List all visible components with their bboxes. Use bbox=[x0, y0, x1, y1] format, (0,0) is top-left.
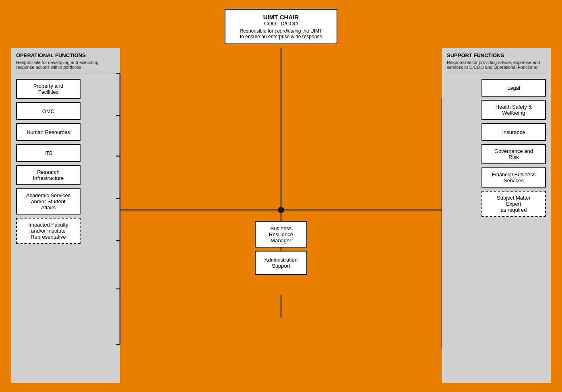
node-hr: Human Resources bbox=[16, 123, 81, 141]
node-property: Property andFacilities bbox=[16, 79, 81, 99]
node-its: ITS bbox=[16, 144, 81, 162]
support-panel: SUPPORT FUNCTIONS Responsible for provid… bbox=[442, 48, 551, 383]
main-container: UIMT CHAIR COO - D/COO Responsible for c… bbox=[11, 9, 551, 383]
node-legal: Legal bbox=[481, 79, 546, 97]
center-area: BusinessResilienceManager Administration… bbox=[120, 48, 442, 383]
node-insurance: Insurance bbox=[481, 123, 546, 141]
node-health: Health Safety &Wellbeing bbox=[481, 100, 546, 120]
operational-panel: OPERATIONAL FUNCTIONS Responsible for de… bbox=[11, 48, 120, 383]
node-omc: OMC bbox=[16, 102, 81, 120]
diagram-svg bbox=[120, 48, 442, 383]
support-panel-title: SUPPORT FUNCTIONS bbox=[447, 52, 546, 58]
operational-panel-title: OPERATIONAL FUNCTIONS bbox=[16, 52, 115, 58]
node-impacted: Impacted Facultyand/or InstituteRepresen… bbox=[16, 218, 81, 244]
operational-panel-desc: Responsible for developing and executing… bbox=[16, 60, 115, 70]
uimt-chair-box: UIMT CHAIR COO - D/COO Responsible for c… bbox=[225, 9, 337, 44]
uimt-chair-title: UIMT CHAIR bbox=[232, 14, 330, 21]
center-boxes: BusinessResilienceManager Administration… bbox=[255, 221, 307, 275]
support-panel-desc: Responsible for providing advice, expert… bbox=[447, 60, 546, 70]
node-financial: Financial BusinessServices bbox=[481, 167, 546, 188]
uimt-chair-subtitle: COO - D/COO bbox=[232, 21, 330, 27]
node-academic: Academic Servicesand/or StudentAffairs bbox=[16, 188, 81, 215]
uimt-chair-desc: Responsible for coordinating the UIMTto … bbox=[232, 28, 330, 39]
node-business-resilience: BusinessResilienceManager bbox=[255, 221, 307, 248]
operational-divider bbox=[16, 74, 115, 74]
node-admin-support: AdministrationSupport bbox=[255, 251, 307, 275]
node-research: ResearchInfrastructure bbox=[16, 165, 81, 185]
node-subject-matter: Subject MatterExpertas required bbox=[481, 191, 546, 217]
middle-section: OPERATIONAL FUNCTIONS Responsible for de… bbox=[11, 48, 551, 383]
top-section: UIMT CHAIR COO - D/COO Responsible for c… bbox=[11, 9, 551, 44]
node-governance: Governance andRisk bbox=[481, 144, 546, 164]
support-divider bbox=[447, 74, 546, 74]
